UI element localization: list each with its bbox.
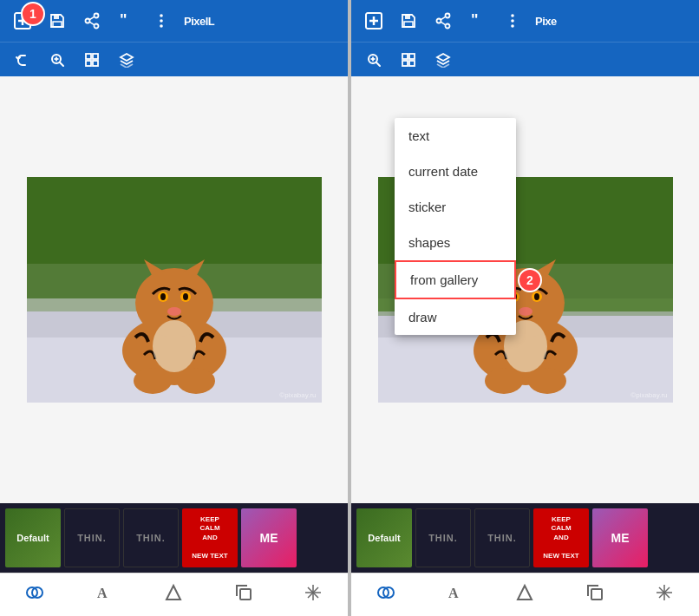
share-icon-left[interactable] bbox=[76, 5, 108, 36]
dropdown-from-gallery[interactable]: from gallery 2 bbox=[395, 260, 516, 299]
layers-icon-right[interactable] bbox=[428, 44, 459, 75]
thumb-keepcalm-left[interactable]: KEEPCALMANDNEW TEXT bbox=[182, 508, 238, 567]
svg-point-35 bbox=[183, 293, 188, 300]
more-icon-right[interactable] bbox=[497, 5, 528, 36]
svg-point-6 bbox=[95, 24, 99, 29]
left-toolbar: 1 " bbox=[0, 0, 348, 42]
svg-rect-72 bbox=[409, 61, 415, 66]
left-panel: 1 " bbox=[0, 0, 348, 616]
app-logo-left: PixelL bbox=[184, 15, 214, 28]
save-icon-left[interactable] bbox=[42, 5, 73, 36]
bottom-nav-left: A bbox=[0, 573, 348, 616]
svg-rect-21 bbox=[93, 61, 98, 66]
svg-point-11 bbox=[160, 14, 163, 17]
add-button-right[interactable] bbox=[358, 5, 389, 36]
svg-point-85 bbox=[519, 307, 532, 316]
dropdown-sticker[interactable]: sticker bbox=[395, 189, 516, 225]
dropdown-text[interactable]: text bbox=[395, 118, 516, 154]
svg-rect-69 bbox=[402, 54, 408, 59]
watermark-left: ©pixabay.ru bbox=[279, 391, 316, 399]
svg-marker-45 bbox=[167, 586, 180, 600]
quote-icon-right[interactable]: " bbox=[462, 5, 493, 36]
svg-point-63 bbox=[511, 19, 514, 23]
shape-nav-left[interactable] bbox=[149, 575, 198, 614]
svg-rect-70 bbox=[409, 54, 415, 59]
text-nav-right[interactable]: A bbox=[431, 575, 480, 614]
svg-line-60 bbox=[441, 22, 446, 24]
svg-point-56 bbox=[446, 14, 450, 18]
right-toolbar: " Pixe bbox=[351, 0, 699, 42]
svg-line-15 bbox=[60, 62, 63, 66]
svg-point-62 bbox=[511, 14, 514, 17]
watermark-right: ©pixabay.ru bbox=[630, 391, 667, 399]
svg-point-84 bbox=[534, 293, 539, 300]
bottom-nav-right: A bbox=[351, 573, 699, 616]
svg-line-59 bbox=[441, 16, 446, 19]
svg-point-57 bbox=[446, 24, 450, 29]
svg-rect-46 bbox=[240, 589, 251, 600]
more-icon-left[interactable] bbox=[146, 5, 177, 36]
thumb-thin1-right[interactable]: THIN. bbox=[415, 508, 471, 567]
add-btn-wrapper: 1 bbox=[7, 5, 38, 36]
thumb-default-left[interactable]: Default bbox=[5, 508, 61, 567]
copy-nav-right[interactable] bbox=[571, 575, 619, 614]
svg-text:": " bbox=[120, 12, 127, 29]
badge-1: 1 bbox=[21, 2, 45, 26]
share-icon-right[interactable] bbox=[428, 5, 459, 36]
canvas-area-left: ©pixabay.ru bbox=[0, 76, 348, 503]
svg-point-34 bbox=[160, 293, 166, 300]
thumbnails-right: Default THIN. THIN. KEEPCALMANDNEW TEXT … bbox=[351, 503, 699, 573]
svg-point-88 bbox=[485, 368, 523, 394]
quote-icon-left[interactable]: " bbox=[111, 5, 142, 36]
thumb-thin2-right[interactable]: THIN. bbox=[474, 508, 530, 567]
grid-icon-left[interactable] bbox=[76, 44, 108, 75]
svg-rect-71 bbox=[402, 61, 408, 66]
svg-marker-73 bbox=[437, 54, 449, 61]
svg-line-8 bbox=[90, 16, 95, 19]
right-panel: " Pixe bbox=[351, 0, 699, 616]
svg-point-64 bbox=[511, 24, 514, 28]
svg-rect-19 bbox=[93, 54, 98, 59]
blend-nav-left[interactable] bbox=[10, 575, 59, 614]
thumb-default-right[interactable]: Default bbox=[356, 508, 412, 567]
dropdown-draw[interactable]: draw bbox=[395, 299, 516, 335]
undo-icon-left[interactable] bbox=[7, 44, 38, 75]
text-nav-left[interactable]: A bbox=[80, 575, 128, 614]
svg-point-58 bbox=[437, 19, 441, 23]
layers-icon-left[interactable] bbox=[111, 44, 142, 75]
svg-point-41 bbox=[153, 320, 196, 372]
shape-nav-right[interactable] bbox=[500, 575, 549, 614]
copy-nav-left[interactable] bbox=[219, 575, 268, 614]
svg-point-5 bbox=[95, 14, 99, 18]
right-toolbar2 bbox=[351, 42, 699, 76]
zoom-icon-right[interactable] bbox=[358, 44, 389, 75]
thumb-me-right[interactable]: ME bbox=[592, 508, 648, 567]
thumbnails-left: Default THIN. THIN. KEEPCALMANDNEW TEXT … bbox=[0, 503, 348, 573]
save-icon-right[interactable] bbox=[393, 5, 424, 36]
dropdown-shapes[interactable]: shapes bbox=[395, 225, 516, 260]
dropdown-menu: text current date sticker shapes from ga… bbox=[395, 118, 516, 335]
svg-rect-20 bbox=[86, 61, 91, 66]
thumb-keepcalm-right[interactable]: KEEPCALMANDNEW TEXT bbox=[533, 508, 589, 567]
svg-marker-22 bbox=[121, 54, 133, 61]
svg-text:A: A bbox=[448, 586, 459, 600]
tiger-image-left: ©pixabay.ru bbox=[27, 177, 322, 403]
sparkle-nav-right[interactable] bbox=[640, 575, 689, 614]
svg-rect-95 bbox=[591, 589, 602, 600]
app-logo-right: Pixe bbox=[535, 15, 557, 28]
svg-point-39 bbox=[134, 368, 172, 394]
dropdown-current-date[interactable]: current date bbox=[395, 154, 516, 189]
svg-marker-94 bbox=[518, 586, 532, 600]
sparkle-nav-left[interactable] bbox=[289, 575, 337, 614]
left-toolbar2 bbox=[0, 42, 348, 76]
grid-icon-right[interactable] bbox=[393, 44, 424, 75]
badge-2: 2 bbox=[518, 268, 542, 292]
thumb-me-left[interactable]: ME bbox=[241, 508, 297, 567]
svg-text:": " bbox=[471, 12, 479, 29]
blend-nav-right[interactable] bbox=[362, 575, 410, 614]
svg-point-12 bbox=[160, 19, 163, 23]
thumb-thin2-left[interactable]: THIN. bbox=[123, 508, 179, 567]
thumb-thin1-left[interactable]: THIN. bbox=[64, 508, 120, 567]
zoom-icon-left[interactable] bbox=[42, 44, 73, 75]
svg-point-40 bbox=[177, 368, 215, 394]
